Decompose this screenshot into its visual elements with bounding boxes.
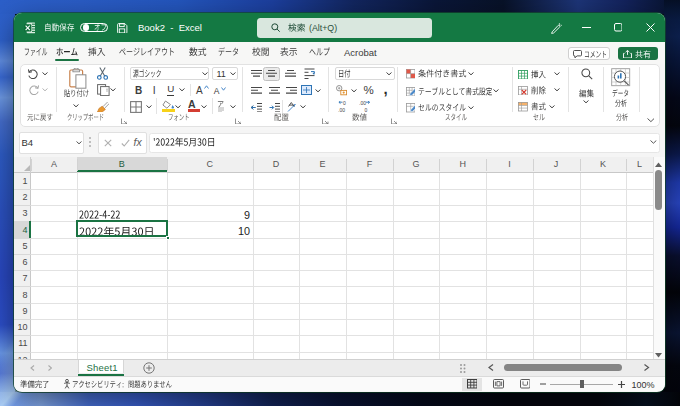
svg-text:0: 0 — [364, 107, 367, 113]
svg-text:.00: .00 — [338, 107, 345, 113]
svg-text:.00: .00 — [359, 101, 366, 106]
svg-text:0: 0 — [343, 101, 346, 106]
